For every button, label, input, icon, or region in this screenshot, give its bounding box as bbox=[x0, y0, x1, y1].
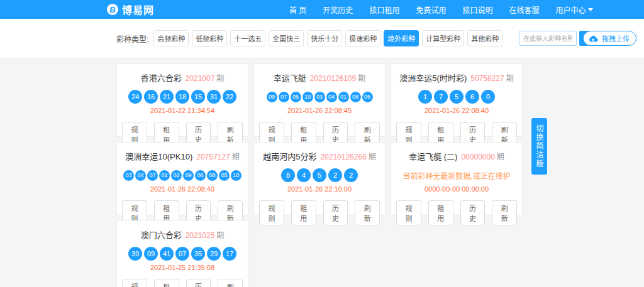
number-ball: 08 bbox=[350, 92, 361, 102]
number-ball: 07 bbox=[147, 170, 158, 181]
cloud-upload-icon bbox=[587, 35, 599, 43]
nav-item-1[interactable]: 首 页 bbox=[289, 4, 306, 15]
number-balls: 17560 bbox=[418, 90, 495, 104]
side-tab-switch-simple-version[interactable]: 切换简洁版 bbox=[531, 118, 547, 175]
number-ball: 1 bbox=[418, 90, 432, 104]
number-ball: 6 bbox=[465, 90, 479, 104]
logo-text: 博易网 bbox=[122, 2, 154, 17]
filter-type-4[interactable]: 全国快三 bbox=[269, 30, 304, 46]
filter-buttons: 高频彩种低频彩种十一选五全国快三快乐十分极速彩种境外彩种计算型彩种其他彩种 bbox=[153, 30, 502, 46]
number-ball: 04 bbox=[326, 92, 337, 102]
card-title: 幸运飞艇20210126109期 bbox=[259, 72, 380, 84]
number-ball: 22 bbox=[223, 90, 236, 104]
chevron-down-icon bbox=[588, 8, 593, 11]
period-number: 2021007 bbox=[186, 74, 215, 83]
card-body: 24162118153122 bbox=[122, 89, 243, 105]
lottery-name: 澳洲幸运5(时时彩) bbox=[399, 73, 467, 83]
card-body: 39094107352917 bbox=[122, 246, 243, 262]
card-body: 03040701020906080510 bbox=[122, 167, 243, 183]
upload-button-label: 拖拽上传 bbox=[602, 33, 630, 43]
rules-button[interactable]: 规则 bbox=[396, 200, 421, 225]
history-button[interactable]: 历史 bbox=[323, 200, 348, 225]
number-ball: 10 bbox=[303, 92, 313, 102]
period-number: 50758227 bbox=[470, 74, 504, 83]
filter-type-7[interactable]: 境外彩种 bbox=[384, 30, 419, 46]
number-ball: 05 bbox=[291, 92, 301, 102]
number-ball: 06 bbox=[362, 92, 373, 102]
number-ball: 05 bbox=[219, 170, 230, 181]
nav-item-6[interactable]: 在线客服 bbox=[509, 4, 539, 15]
filter-type-2[interactable]: 低频彩种 bbox=[192, 30, 227, 46]
draw-time: 2021-01-22 21:34:54 bbox=[122, 107, 243, 114]
number-balls: 24162118153122 bbox=[128, 90, 236, 104]
logo-b-icon: B bbox=[107, 4, 118, 15]
period-suffix: 期 bbox=[216, 74, 224, 83]
number-ball: 35 bbox=[191, 247, 205, 261]
period-suffix: 期 bbox=[497, 153, 504, 161]
upload-button[interactable]: 拖拽上传 bbox=[583, 31, 636, 46]
rules-button[interactable]: 规则 bbox=[122, 279, 147, 287]
number-ball: 7 bbox=[434, 90, 448, 104]
filter-bar: 彩种类型: 高频彩种低频彩种十一选五全国快三快乐十分极速彩种境外彩种计算型彩种其… bbox=[0, 19, 644, 58]
number-ball: 03 bbox=[123, 170, 134, 181]
main-nav: 首 页开奖历史接口租用免费试用接口说明在线客服用户中心 bbox=[289, 4, 593, 15]
number-balls: 03040701020906080510 bbox=[123, 170, 242, 181]
history-button[interactable]: 历史 bbox=[186, 279, 211, 287]
page: B 博易网 首 页开奖历史接口租用免费试用接口说明在线客服用户中心 彩种类型: … bbox=[0, 0, 644, 287]
nav-item-4[interactable]: 免费试用 bbox=[416, 4, 446, 15]
refresh-button[interactable]: 刷新 bbox=[218, 279, 243, 287]
card-title: 澳洲幸运10(PK10)20757127期 bbox=[122, 150, 243, 162]
search-input[interactable] bbox=[519, 31, 577, 46]
filter-type-8[interactable]: 计算型彩种 bbox=[422, 30, 464, 46]
number-ball: 16 bbox=[144, 90, 158, 104]
number-ball: 5 bbox=[450, 90, 464, 104]
number-ball: 02 bbox=[171, 170, 182, 181]
number-balls: 84522 bbox=[281, 168, 358, 182]
filter-type-6[interactable]: 极速彩种 bbox=[345, 30, 380, 46]
draw-time: 2021-01-26 22:10:00 bbox=[259, 185, 380, 193]
refresh-button[interactable]: 刷新 bbox=[355, 200, 380, 225]
number-ball: 01 bbox=[159, 170, 170, 181]
draw-time: 2021-01-25 21:35:08 bbox=[122, 264, 243, 271]
refresh-button[interactable]: 刷新 bbox=[492, 200, 517, 225]
card-actions: 规则租用历史刷新 bbox=[259, 200, 380, 225]
lottery-card: 越南河内5分彩20210126266期845222021-01-26 22:10… bbox=[253, 142, 386, 215]
logo[interactable]: B 博易网 bbox=[107, 2, 154, 17]
nav-item-5[interactable]: 接口说明 bbox=[462, 4, 492, 15]
number-ball: 07 bbox=[279, 92, 289, 102]
card-title: 香港六合彩2021007期 bbox=[122, 72, 243, 84]
number-ball: 03 bbox=[314, 92, 325, 102]
number-ball: 09 bbox=[144, 247, 158, 261]
history-button[interactable]: 历史 bbox=[460, 200, 486, 225]
number-ball: 01 bbox=[338, 92, 349, 102]
filter-type-9[interactable]: 其他彩种 bbox=[467, 30, 502, 46]
number-ball: 8 bbox=[281, 168, 295, 182]
rent-button[interactable]: 租用 bbox=[154, 279, 179, 287]
lottery-name: 澳门六合彩 bbox=[141, 230, 182, 240]
number-ball: 15 bbox=[191, 90, 205, 104]
period-number: 20757127 bbox=[196, 153, 230, 161]
nav-item-2[interactable]: 开奖历史 bbox=[323, 4, 353, 15]
period-suffix: 期 bbox=[369, 153, 376, 161]
nav-item-7[interactable]: 用户中心 bbox=[555, 4, 593, 15]
rent-button[interactable]: 租用 bbox=[291, 200, 316, 225]
number-ball: 10 bbox=[231, 170, 242, 181]
filter-type-3[interactable]: 十一选五 bbox=[230, 30, 265, 46]
filter-type-1[interactable]: 高频彩种 bbox=[153, 30, 189, 46]
number-ball: 29 bbox=[207, 247, 221, 261]
filter-type-5[interactable]: 快乐十分 bbox=[307, 30, 342, 46]
period-suffix: 期 bbox=[358, 74, 365, 83]
rules-button[interactable]: 规则 bbox=[259, 200, 284, 225]
number-ball: 08 bbox=[207, 170, 218, 181]
draw-time: 0000-00-00 00:00:00 bbox=[396, 185, 517, 193]
period-suffix: 期 bbox=[232, 153, 240, 161]
period-number: 20210126109 bbox=[310, 74, 356, 83]
cards-grid: 香港六合彩2021007期241621181531222021-01-22 21… bbox=[116, 63, 523, 287]
number-ball: 31 bbox=[207, 90, 221, 104]
number-ball: 39 bbox=[128, 247, 142, 261]
rent-button[interactable]: 租用 bbox=[428, 200, 453, 225]
number-ball: 5 bbox=[313, 168, 326, 182]
main-content: 香港六合彩2021007期241621181531222021-01-22 21… bbox=[0, 58, 644, 287]
nav-item-3[interactable]: 接口租用 bbox=[369, 4, 399, 15]
period-number: 00000000 bbox=[461, 153, 494, 161]
